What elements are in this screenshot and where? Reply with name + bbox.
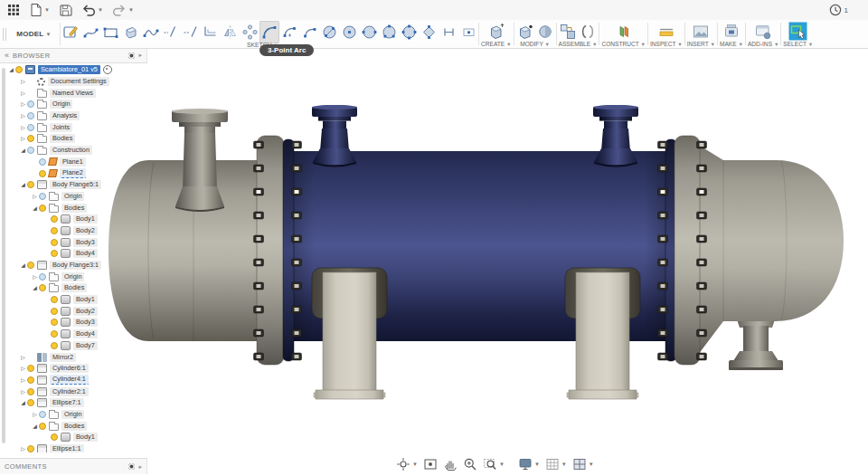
panel-expand-icon[interactable]: ▸ <box>138 463 142 471</box>
tree-item-body3[interactable]: Body3 <box>7 236 147 248</box>
visibility-bulb-icon[interactable] <box>51 227 58 234</box>
browser-scrollbar[interactable] <box>2 68 5 443</box>
tree-item-plane1[interactable]: Plane1 <box>7 157 147 168</box>
visibility-bulb-icon[interactable] <box>39 284 46 291</box>
tree-item-body1[interactable]: Body1 <box>7 294 147 306</box>
expand-arrow-icon[interactable]: ▷ <box>19 136 27 141</box>
menu-modify[interactable]: MODIFY ▼ <box>514 20 556 48</box>
visibility-bulb-icon[interactable] <box>51 330 58 338</box>
expand-arrow-icon[interactable]: ▷ <box>19 446 27 452</box>
menu-inspect[interactable]: INSPECT ▼ <box>648 20 684 48</box>
expand-arrow-icon[interactable]: ◢ <box>31 285 39 290</box>
toolbar-grip[interactable] <box>0 20 8 48</box>
tree-item-body1[interactable]: Body1 <box>7 214 147 225</box>
tree-item-analysis[interactable]: ▷Analysis <box>7 110 147 122</box>
menu-assemble[interactable]: ASSEMBLE ▼ <box>557 20 599 48</box>
workspace-switcher[interactable]: MODEL ▼ <box>8 20 60 48</box>
collapse-panel-icon[interactable]: « <box>5 52 9 60</box>
tree-item-named-views[interactable]: ▷Named Views <box>7 87 147 99</box>
tree-item-body-flange5-1[interactable]: ◢Body Flange5:1 <box>7 179 147 191</box>
tree-item-body4[interactable]: Body4 <box>7 328 147 340</box>
tree-item-construction[interactable]: ◢Construction <box>7 145 147 157</box>
job-status-clock-icon[interactable] <box>829 2 842 18</box>
expand-arrow-icon[interactable]: ▷ <box>19 355 27 360</box>
expand-arrow-icon[interactable]: ▷ <box>19 389 27 395</box>
menu-insert[interactable]: INSERT ▼ <box>685 20 717 48</box>
visibility-bulb-icon[interactable] <box>27 124 34 131</box>
tree-item-body4[interactable]: Body4 <box>7 248 147 260</box>
visibility-bulb-icon[interactable] <box>39 193 46 200</box>
expand-arrow-icon[interactable]: ▷ <box>19 125 27 130</box>
expand-arrow-icon[interactable]: ▷ <box>19 79 27 84</box>
expand-arrow-icon[interactable]: ▷ <box>19 90 27 96</box>
expand-arrow-icon[interactable]: ▷ <box>19 366 27 371</box>
point-tool-icon[interactable] <box>458 21 478 43</box>
activate-component-radio[interactable] <box>103 65 112 74</box>
expand-arrow-icon[interactable]: ▷ <box>19 377 27 383</box>
menu-construct[interactable]: CONSTRUCT ▼ <box>599 20 647 48</box>
grid-button[interactable]: ▼ <box>543 456 569 472</box>
create-sketch-tool-icon[interactable] <box>61 21 80 43</box>
visibility-bulb-icon[interactable] <box>27 445 34 452</box>
visibility-bulb-icon[interactable] <box>27 365 34 372</box>
tree-item-body3[interactable]: Body3 <box>7 317 147 328</box>
visibility-bulb-icon[interactable] <box>39 411 46 418</box>
visibility-bulb-icon[interactable] <box>15 66 23 73</box>
expand-arrow-icon[interactable]: ▷ <box>19 113 27 119</box>
visibility-bulb-icon[interactable] <box>51 296 58 303</box>
redo-button[interactable]: ▼ <box>112 2 134 18</box>
visibility-bulb-icon[interactable] <box>51 308 58 315</box>
tree-item-body2[interactable]: Body2 <box>7 225 147 237</box>
menu-make[interactable]: MAKE ▼ <box>718 20 745 48</box>
visibility-bulb-icon[interactable] <box>39 423 46 430</box>
expand-arrow-icon[interactable]: ▷ <box>19 101 27 107</box>
tree-item-body1[interactable]: Body1 <box>7 432 147 443</box>
tree-item-bodies[interactable]: ◢Bodies <box>7 282 147 294</box>
visibility-bulb-icon[interactable] <box>39 273 46 281</box>
2-tangent-circle-tool-icon[interactable] <box>379 21 399 43</box>
2-point-circle-tool-icon[interactable] <box>319 21 339 43</box>
visibility-bulb-icon[interactable] <box>27 100 34 108</box>
control-point-spline-tool-icon[interactable] <box>140 21 160 43</box>
tree-item-scambiatore-01-v5[interactable]: ◢Scambiatore_01 v5 <box>7 64 147 76</box>
tree-item-body2[interactable]: Body2 <box>7 305 147 317</box>
tree-item-joints[interactable]: ▷Joints <box>7 121 147 133</box>
viewports-button[interactable]: ▼ <box>571 456 596 472</box>
pan-button[interactable] <box>441 456 459 472</box>
saddle-support-left[interactable] <box>312 268 387 399</box>
tree-item-origin[interactable]: ▷Origin <box>7 191 147 203</box>
visibility-bulb-icon[interactable] <box>51 433 58 441</box>
visibility-bulb-icon[interactable] <box>27 399 34 406</box>
tree-item-bodies[interactable]: ▷Bodies <box>7 133 147 145</box>
visibility-bulb-icon[interactable] <box>51 215 58 223</box>
visibility-bulb-icon[interactable] <box>39 205 46 212</box>
menu-create[interactable]: CREATE ▼ <box>479 20 514 48</box>
panel-expand-icon[interactable]: ▸ <box>138 52 142 59</box>
visibility-bulb-icon[interactable] <box>27 181 34 188</box>
expand-arrow-icon[interactable]: ▷ <box>31 412 39 417</box>
tree-item-bodies[interactable]: ◢Bodies <box>7 420 147 432</box>
fit-button[interactable]: ▼ <box>481 456 506 472</box>
tree-item-document-settings[interactable]: ▷Document Settings <box>7 76 147 88</box>
expand-arrow-icon[interactable]: ▷ <box>31 194 39 199</box>
tree-item-cylinder6-1[interactable]: ▷Cylinder6:1 <box>7 363 147 375</box>
tree-item-origin[interactable]: ▷Origin <box>7 271 147 282</box>
orbit-button[interactable]: ▼ <box>394 456 420 472</box>
visibility-bulb-icon[interactable] <box>51 239 58 246</box>
tree-item-mirror2[interactable]: ▷Mirror2 <box>7 351 147 363</box>
app-grid-button[interactable] <box>7 2 20 18</box>
center-diameter-circle-tool-icon[interactable] <box>339 21 359 43</box>
expand-arrow-icon[interactable]: ◢ <box>31 424 39 429</box>
slot-tool-icon[interactable] <box>439 21 458 43</box>
trim-tool-icon[interactable] <box>160 21 180 43</box>
save-button[interactable] <box>59 2 72 18</box>
visibility-bulb-icon[interactable] <box>27 147 34 154</box>
panel-options-icon[interactable] <box>128 52 135 59</box>
tree-item-bodies[interactable]: ◢Bodies <box>7 202 147 214</box>
expand-arrow-icon[interactable]: ▷ <box>31 274 39 280</box>
expand-arrow-icon[interactable]: ◢ <box>31 205 39 211</box>
offset-tool-icon[interactable] <box>200 21 220 43</box>
visibility-bulb-icon[interactable] <box>27 112 34 119</box>
visibility-bulb-icon[interactable] <box>27 262 34 269</box>
tree-item-ellipse1-1[interactable]: ▷Ellipse1:1 <box>7 443 147 452</box>
